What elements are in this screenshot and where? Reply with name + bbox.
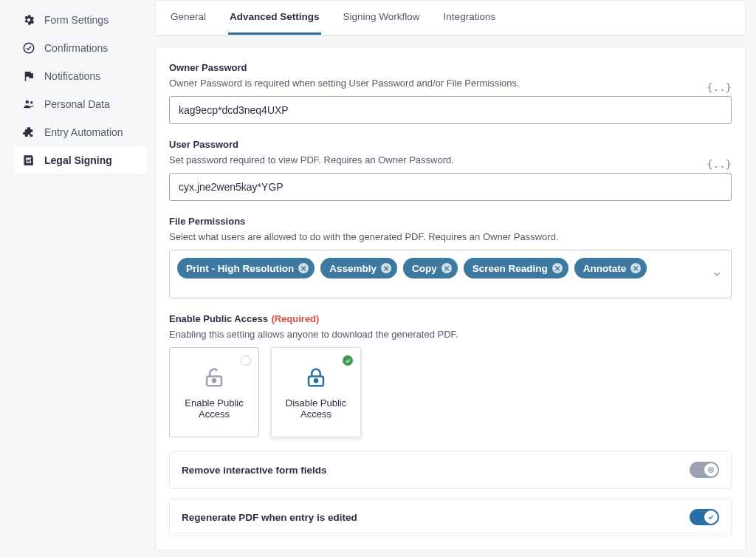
- remove-fields-label: Remove interactive form fields: [182, 465, 327, 476]
- sidebar-item-form-settings[interactable]: Form Settings: [15, 6, 146, 34]
- regenerate-row: Regenerate PDF when entry is edited: [169, 498, 732, 536]
- svg-point-1: [26, 100, 30, 104]
- tabs-container: General Advanced Settings Signing Workfl…: [155, 0, 746, 36]
- main: General Advanced Settings Signing Workfl…: [155, 0, 756, 557]
- svg-point-2: [30, 101, 32, 103]
- puzzle-icon: [22, 126, 35, 139]
- sidebar-item-notifications[interactable]: Notifications: [15, 62, 146, 90]
- owner-password-field: Owner Password Owner Password is require…: [169, 61, 732, 124]
- permission-pill: Assembly✕: [320, 258, 397, 278]
- permission-pill: Print - High Resolution✕: [177, 258, 315, 278]
- permission-pill: Copy✕: [403, 258, 458, 278]
- sidebar-item-confirmations[interactable]: Confirmations: [15, 34, 146, 62]
- sidebar-item-label: Form Settings: [44, 14, 109, 26]
- check-circle-icon: [22, 41, 35, 55]
- remove-pill-icon[interactable]: ✕: [441, 263, 452, 273]
- public-access-desc: Enabling this setting allows anyone to d…: [169, 329, 732, 340]
- remove-pill-icon[interactable]: ✕: [552, 263, 563, 273]
- flag-icon: [22, 69, 35, 83]
- merge-tag-icon[interactable]: {..}: [707, 158, 732, 170]
- public-access-options: Enable Public Access Disable Public Acce…: [169, 347, 732, 437]
- remove-fields-toggle[interactable]: [690, 462, 719, 478]
- signature-icon: [22, 154, 35, 167]
- sidebar-item-personal-data[interactable]: Personal Data: [15, 90, 146, 118]
- public-access-label: Enable Public Access: [169, 313, 268, 324]
- sidebar-item-entry-automation[interactable]: Entry Automation: [15, 118, 146, 146]
- file-permissions-field: File Permissions Select what users are a…: [169, 214, 732, 298]
- permission-pill: Screen Reading✕: [464, 258, 568, 278]
- public-access-field: Enable Public Access (Required) Enabling…: [169, 312, 732, 437]
- user-password-field: User Password Set password required to v…: [169, 137, 732, 201]
- sidebar-item-label: Legal Signing: [44, 154, 112, 166]
- disable-public-access-option[interactable]: Disable Public Access: [271, 347, 361, 437]
- file-permissions-desc: Select what users are allowed to do with…: [169, 231, 732, 242]
- svg-point-4: [213, 379, 216, 382]
- remove-pill-icon[interactable]: ✕: [381, 263, 391, 273]
- unlock-icon: [202, 365, 227, 390]
- permission-pill: Annotate✕: [574, 258, 647, 278]
- option-label: Enable Public Access: [170, 397, 258, 420]
- toggle-knob: [704, 463, 718, 476]
- content: Owner Password Owner Password is require…: [155, 47, 746, 550]
- tab-advanced-settings[interactable]: Advanced Settings: [228, 1, 321, 35]
- option-label: Disable Public Access: [272, 397, 360, 420]
- user-password-label: User Password: [169, 139, 238, 150]
- user-password-desc: Set password required to view PDF. Requi…: [169, 154, 454, 165]
- chevron-down-icon[interactable]: [712, 269, 722, 279]
- enable-public-access-option[interactable]: Enable Public Access: [169, 347, 259, 437]
- sidebar-item-label: Confirmations: [44, 42, 108, 54]
- owner-password-input[interactable]: [169, 96, 732, 124]
- required-badge: (Required): [271, 313, 319, 324]
- sidebar-item-label: Personal Data: [44, 98, 110, 110]
- gear-icon: [22, 13, 35, 27]
- user-password-input[interactable]: [169, 173, 732, 201]
- remove-pill-icon[interactable]: ✕: [298, 263, 309, 273]
- svg-point-0: [24, 43, 34, 53]
- users-icon: [22, 98, 35, 111]
- tab-signing-workflow[interactable]: Signing Workflow: [342, 1, 422, 35]
- svg-point-6: [315, 379, 317, 382]
- radio-unselected-icon: [241, 355, 251, 366]
- merge-tag-icon[interactable]: {..}: [707, 81, 732, 93]
- tabs: General Advanced Settings Signing Workfl…: [156, 1, 745, 35]
- regenerate-toggle[interactable]: [690, 509, 719, 525]
- regenerate-label: Regenerate PDF when entry is edited: [182, 512, 357, 523]
- owner-password-label: Owner Password: [169, 62, 247, 73]
- sidebar-item-label: Entry Automation: [44, 126, 123, 138]
- tab-general[interactable]: General: [169, 1, 207, 35]
- remove-fields-row: Remove interactive form fields: [169, 451, 732, 489]
- owner-password-desc: Owner Password is required when setting …: [169, 78, 520, 89]
- toggle-knob: [704, 510, 718, 524]
- file-permissions-select[interactable]: Print - High Resolution✕ Assembly✕ Copy✕…: [169, 250, 732, 298]
- file-permissions-label: File Permissions: [169, 216, 245, 227]
- lock-icon: [303, 365, 329, 390]
- radio-selected-icon: [343, 355, 353, 366]
- tab-integrations[interactable]: Integrations: [442, 1, 498, 35]
- sidebar: Form Settings Confirmations Notification…: [0, 0, 155, 557]
- remove-pill-icon[interactable]: ✕: [630, 263, 641, 273]
- sidebar-item-label: Notifications: [44, 70, 100, 82]
- sidebar-item-legal-signing[interactable]: Legal Signing: [15, 146, 146, 174]
